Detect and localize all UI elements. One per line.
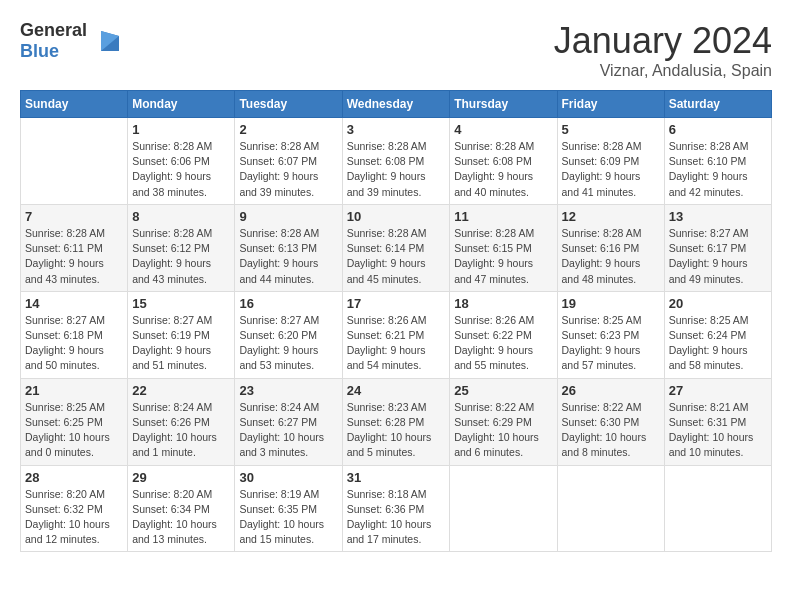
header-wednesday: Wednesday [342,91,450,118]
day-number: 17 [347,296,446,311]
calendar-cell: 21Sunrise: 8:25 AMSunset: 6:25 PMDayligh… [21,378,128,465]
calendar-week-1: 1Sunrise: 8:28 AMSunset: 6:06 PMDaylight… [21,118,772,205]
calendar-cell: 11Sunrise: 8:28 AMSunset: 6:15 PMDayligh… [450,204,557,291]
day-info: Sunrise: 8:28 AMSunset: 6:09 PMDaylight:… [562,139,660,200]
calendar-cell: 14Sunrise: 8:27 AMSunset: 6:18 PMDayligh… [21,291,128,378]
header-tuesday: Tuesday [235,91,342,118]
calendar-cell: 31Sunrise: 8:18 AMSunset: 6:36 PMDayligh… [342,465,450,552]
calendar-cell: 3Sunrise: 8:28 AMSunset: 6:08 PMDaylight… [342,118,450,205]
day-info: Sunrise: 8:28 AMSunset: 6:16 PMDaylight:… [562,226,660,287]
header-friday: Friday [557,91,664,118]
day-number: 29 [132,470,230,485]
location-title: Viznar, Andalusia, Spain [554,62,772,80]
day-number: 25 [454,383,552,398]
logo-blue: Blue [20,41,59,61]
day-info: Sunrise: 8:22 AMSunset: 6:30 PMDaylight:… [562,400,660,461]
calendar-cell: 17Sunrise: 8:26 AMSunset: 6:21 PMDayligh… [342,291,450,378]
day-info: Sunrise: 8:20 AMSunset: 6:32 PMDaylight:… [25,487,123,548]
day-number: 21 [25,383,123,398]
day-info: Sunrise: 8:27 AMSunset: 6:17 PMDaylight:… [669,226,767,287]
day-number: 5 [562,122,660,137]
day-number: 27 [669,383,767,398]
logo-general: General [20,20,87,40]
header-saturday: Saturday [664,91,771,118]
calendar-header-row: SundayMondayTuesdayWednesdayThursdayFrid… [21,91,772,118]
page-header: General Blue January 2024 Viznar, Andalu… [20,20,772,80]
day-info: Sunrise: 8:26 AMSunset: 6:22 PMDaylight:… [454,313,552,374]
calendar-cell: 23Sunrise: 8:24 AMSunset: 6:27 PMDayligh… [235,378,342,465]
logo: General Blue [20,20,121,62]
calendar-cell: 16Sunrise: 8:27 AMSunset: 6:20 PMDayligh… [235,291,342,378]
calendar-cell: 4Sunrise: 8:28 AMSunset: 6:08 PMDaylight… [450,118,557,205]
day-number: 3 [347,122,446,137]
calendar-cell [557,465,664,552]
day-info: Sunrise: 8:27 AMSunset: 6:19 PMDaylight:… [132,313,230,374]
day-number: 24 [347,383,446,398]
calendar-cell [21,118,128,205]
calendar-cell: 25Sunrise: 8:22 AMSunset: 6:29 PMDayligh… [450,378,557,465]
day-info: Sunrise: 8:22 AMSunset: 6:29 PMDaylight:… [454,400,552,461]
day-info: Sunrise: 8:28 AMSunset: 6:08 PMDaylight:… [454,139,552,200]
day-info: Sunrise: 8:20 AMSunset: 6:34 PMDaylight:… [132,487,230,548]
logo-icon [91,26,121,56]
calendar-cell [664,465,771,552]
day-info: Sunrise: 8:28 AMSunset: 6:07 PMDaylight:… [239,139,337,200]
header-thursday: Thursday [450,91,557,118]
calendar-week-5: 28Sunrise: 8:20 AMSunset: 6:32 PMDayligh… [21,465,772,552]
calendar-table: SundayMondayTuesdayWednesdayThursdayFrid… [20,90,772,552]
calendar-cell: 26Sunrise: 8:22 AMSunset: 6:30 PMDayligh… [557,378,664,465]
day-number: 20 [669,296,767,311]
day-number: 12 [562,209,660,224]
calendar-cell: 5Sunrise: 8:28 AMSunset: 6:09 PMDaylight… [557,118,664,205]
calendar-cell: 9Sunrise: 8:28 AMSunset: 6:13 PMDaylight… [235,204,342,291]
day-number: 28 [25,470,123,485]
day-number: 14 [25,296,123,311]
day-number: 23 [239,383,337,398]
day-info: Sunrise: 8:28 AMSunset: 6:15 PMDaylight:… [454,226,552,287]
calendar-cell: 15Sunrise: 8:27 AMSunset: 6:19 PMDayligh… [128,291,235,378]
day-info: Sunrise: 8:24 AMSunset: 6:26 PMDaylight:… [132,400,230,461]
calendar-cell: 29Sunrise: 8:20 AMSunset: 6:34 PMDayligh… [128,465,235,552]
calendar-cell: 2Sunrise: 8:28 AMSunset: 6:07 PMDaylight… [235,118,342,205]
calendar-cell: 27Sunrise: 8:21 AMSunset: 6:31 PMDayligh… [664,378,771,465]
day-number: 4 [454,122,552,137]
calendar-cell: 6Sunrise: 8:28 AMSunset: 6:10 PMDaylight… [664,118,771,205]
day-info: Sunrise: 8:25 AMSunset: 6:24 PMDaylight:… [669,313,767,374]
day-number: 30 [239,470,337,485]
calendar-week-2: 7Sunrise: 8:28 AMSunset: 6:11 PMDaylight… [21,204,772,291]
day-number: 2 [239,122,337,137]
day-info: Sunrise: 8:28 AMSunset: 6:12 PMDaylight:… [132,226,230,287]
day-number: 13 [669,209,767,224]
day-info: Sunrise: 8:23 AMSunset: 6:28 PMDaylight:… [347,400,446,461]
day-info: Sunrise: 8:24 AMSunset: 6:27 PMDaylight:… [239,400,337,461]
day-number: 11 [454,209,552,224]
day-info: Sunrise: 8:27 AMSunset: 6:18 PMDaylight:… [25,313,123,374]
calendar-week-4: 21Sunrise: 8:25 AMSunset: 6:25 PMDayligh… [21,378,772,465]
logo-text: General Blue [20,20,87,62]
day-number: 9 [239,209,337,224]
month-title: January 2024 [554,20,772,62]
day-info: Sunrise: 8:28 AMSunset: 6:11 PMDaylight:… [25,226,123,287]
calendar-week-3: 14Sunrise: 8:27 AMSunset: 6:18 PMDayligh… [21,291,772,378]
header-monday: Monday [128,91,235,118]
calendar-cell: 8Sunrise: 8:28 AMSunset: 6:12 PMDaylight… [128,204,235,291]
calendar-cell: 20Sunrise: 8:25 AMSunset: 6:24 PMDayligh… [664,291,771,378]
day-info: Sunrise: 8:25 AMSunset: 6:25 PMDaylight:… [25,400,123,461]
day-info: Sunrise: 8:21 AMSunset: 6:31 PMDaylight:… [669,400,767,461]
calendar-cell: 1Sunrise: 8:28 AMSunset: 6:06 PMDaylight… [128,118,235,205]
day-info: Sunrise: 8:25 AMSunset: 6:23 PMDaylight:… [562,313,660,374]
title-block: January 2024 Viznar, Andalusia, Spain [554,20,772,80]
calendar-cell: 10Sunrise: 8:28 AMSunset: 6:14 PMDayligh… [342,204,450,291]
header-sunday: Sunday [21,91,128,118]
calendar-cell: 12Sunrise: 8:28 AMSunset: 6:16 PMDayligh… [557,204,664,291]
day-number: 10 [347,209,446,224]
day-info: Sunrise: 8:28 AMSunset: 6:08 PMDaylight:… [347,139,446,200]
calendar-cell [450,465,557,552]
day-number: 8 [132,209,230,224]
day-info: Sunrise: 8:28 AMSunset: 6:06 PMDaylight:… [132,139,230,200]
day-number: 7 [25,209,123,224]
day-info: Sunrise: 8:18 AMSunset: 6:36 PMDaylight:… [347,487,446,548]
calendar-cell: 22Sunrise: 8:24 AMSunset: 6:26 PMDayligh… [128,378,235,465]
calendar-cell: 24Sunrise: 8:23 AMSunset: 6:28 PMDayligh… [342,378,450,465]
day-number: 26 [562,383,660,398]
